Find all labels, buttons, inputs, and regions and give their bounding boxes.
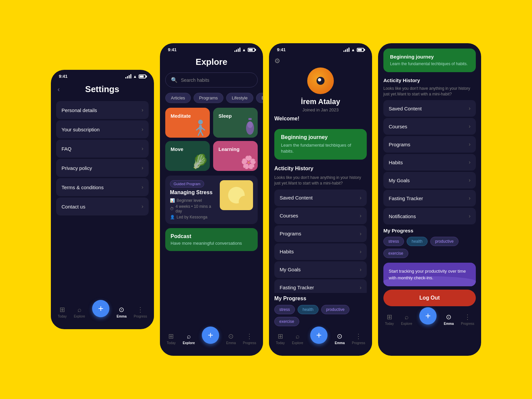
habit-move[interactable]: Move 🥬 — [165, 141, 210, 171]
svg-point-8 — [247, 121, 253, 128]
habit-sleep[interactable]: Sleep — [213, 108, 258, 138]
chip-stress-2[interactable]: stress — [383, 237, 404, 246]
gear-button[interactable]: ⚙ — [274, 57, 280, 65]
nav-progress-1[interactable]: ⋮ Progress — [134, 306, 147, 318]
chip-articles[interactable]: Articles — [165, 93, 191, 103]
chevron-icon-6: › — [360, 267, 361, 273]
chevron-e: › — [469, 177, 470, 183]
menu-goals-2[interactable]: My Goals › — [383, 172, 476, 189]
chip-health-2[interactable]: health — [407, 237, 428, 246]
chip-programs[interactable]: Programs — [194, 93, 223, 103]
menu-courses[interactable]: Courses › — [274, 207, 367, 224]
nav-emma-1[interactable]: ⊙ Emma — [117, 306, 127, 318]
nav-progress-4[interactable]: ⋮ Progress — [461, 313, 474, 326]
program-card[interactable]: Guided Program Managing Stress 📊 Beginne… — [165, 176, 258, 224]
chart-icon-4: ⋮ — [464, 313, 471, 321]
nav-progress-3[interactable]: ⋮ Progress — [352, 332, 365, 345]
nav-progress-2[interactable]: ⋮ Progress — [243, 332, 256, 345]
chip-productive[interactable]: productive — [321, 305, 349, 314]
menu-fasting-2[interactable]: Fasting Tracker › — [383, 190, 476, 206]
chevron-a: › — [469, 105, 470, 111]
settings-item-faq[interactable]: FAQ › — [56, 140, 149, 158]
program-info: Guided Program Managing Stress 📊 Beginne… — [170, 180, 216, 219]
menu-courses-2[interactable]: Courses › — [383, 118, 476, 135]
habit-meditate[interactable]: Meditate — [165, 108, 210, 138]
menu-notifications-2[interactable]: Notifications › — [383, 208, 476, 224]
nav-emma-3[interactable]: ⊙ Emma — [335, 332, 345, 345]
nav-today-1[interactable]: ⊞ Today — [58, 306, 67, 318]
profile-scrolled-phone: Beginning journey Learn the fundamental … — [378, 43, 481, 356]
nav-explore-3[interactable]: ⌕ Explore — [292, 332, 303, 345]
person-icon: ⊙ — [119, 306, 124, 314]
search-bar[interactable]: 🔍 Search habits — [165, 72, 258, 87]
nav-today-2[interactable]: ⊞ Today — [167, 332, 176, 345]
bar-chart-icon: 📊 — [170, 198, 175, 203]
bottom-nav-3: ⊞ Today ⌕ Explore + ⊙ Emma ⋮ Progress — [269, 329, 372, 350]
journey-card[interactable]: Beginning journey Learn the fundamental … — [274, 129, 367, 160]
settings-item-privacy[interactable]: Privacy policy › — [56, 159, 149, 177]
chip-exercise-2[interactable]: exercise — [383, 249, 408, 258]
svg-point-0 — [198, 120, 203, 124]
settings-item-terms[interactable]: Terms & conditions › — [56, 178, 149, 196]
nav-explore-1[interactable]: ⌕ Explore — [74, 306, 85, 318]
wifi-icon: ▲ — [133, 74, 137, 79]
filter-chips: Articles Programs Lifestyle Exercise — [160, 93, 263, 108]
chip-health[interactable]: health — [298, 305, 319, 314]
journey-card-2[interactable]: Beginning journey Learn the fundamental … — [383, 49, 476, 72]
tracking-card: Start tracking your productivity over ti… — [383, 263, 476, 286]
progress-chips: stress health productive exercise — [274, 305, 367, 326]
journey-desc-2: Learn the fundamental techbiques of habi… — [390, 61, 469, 67]
welcome-text: Welcome! — [274, 116, 367, 124]
nav-explore-4[interactable]: ⌕ Explore — [401, 313, 412, 326]
nav-emma-4[interactable]: ⊙ Emma — [444, 313, 454, 326]
add-button-2[interactable]: + — [202, 327, 219, 344]
menu-programs[interactable]: Programs › — [274, 225, 367, 242]
menu-saved-2[interactable]: Saved Content › — [383, 100, 476, 117]
settings-item-contact[interactable]: Contact us › — [56, 198, 149, 215]
nav-today-4[interactable]: ⊞ Today — [385, 313, 394, 326]
chip-exercise[interactable]: Exercise — [256, 93, 263, 103]
chip-stress[interactable]: stress — [274, 305, 295, 314]
chip-lifestyle[interactable]: Lifestyle — [226, 93, 253, 103]
add-button-3[interactable]: + — [310, 327, 328, 344]
settings-item-personal[interactable]: Personal details › — [56, 101, 149, 119]
status-bar-2: 9:41 ▲ — [160, 43, 263, 54]
menu-habits[interactable]: Habits › — [274, 243, 367, 260]
chevron-icon: › — [142, 203, 143, 209]
menu-my-goals[interactable]: My Goals › — [274, 261, 367, 278]
battery-icon-2 — [248, 48, 255, 52]
nav-emma-2[interactable]: ⊙ Emma — [226, 332, 236, 345]
chevron-c: › — [469, 141, 470, 147]
back-button[interactable]: ‹ — [58, 85, 60, 93]
tracking-text: Start tracking your productivity over ti… — [389, 268, 470, 281]
bottom-nav-2: ⊞ Today ⌕ Explore + ⊙ Emma ⋮ Progress — [160, 329, 263, 350]
signal-icon-3 — [343, 48, 349, 52]
person-icon-2: 👤 — [170, 215, 175, 219]
program-meta: 📊 Beginner level ⏱ 4 weeks • 10 mins a d… — [170, 198, 216, 219]
settings-phone: 9:41 ▲ ‹ Settings Personal details › You… — [51, 70, 154, 329]
chevron-icon: › — [142, 165, 143, 171]
svg-rect-6 — [248, 118, 252, 120]
nav-explore-2[interactable]: ⌕ Explore — [183, 332, 195, 345]
activity-desc-2: Looks like you don't have anything in yo… — [378, 86, 481, 100]
progress-section-2: My Progress stress health productive exe… — [378, 224, 481, 260]
habit-learning[interactable]: Learning 🌸 — [213, 141, 258, 171]
add-button-1[interactable]: + — [92, 300, 109, 317]
logout-button[interactable]: Log Out — [383, 290, 476, 306]
chip-exercise[interactable]: exercise — [274, 317, 299, 326]
menu-programs-2[interactable]: Programs › — [383, 136, 476, 153]
program-duration: ⏱ 4 weeks • 10 mins a day — [170, 204, 216, 213]
podcast-card[interactable]: Podcast Have more meaningful conversatio… — [165, 228, 258, 251]
chevron-icon-7: › — [360, 285, 361, 291]
settings-item-subscription[interactable]: Your subscription › — [56, 120, 149, 138]
status-bar-3: 9:41 ▲ — [269, 43, 372, 54]
wifi-icon-2: ▲ — [242, 48, 246, 52]
menu-saved-content[interactable]: Saved Content › — [274, 190, 367, 206]
chip-productive-2[interactable]: productive — [430, 237, 459, 246]
menu-habits-2[interactable]: Habits › — [383, 154, 476, 171]
battery-icon-3 — [357, 48, 364, 52]
nav-today-3[interactable]: ⊞ Today — [276, 332, 285, 345]
add-button-4[interactable]: + — [419, 307, 437, 325]
menu-fasting[interactable]: Fasting Tracker › — [274, 279, 367, 293]
bottom-nav-1: ⊞ Today ⌕ Explore + ⊙ Emma ⋮ Progress — [51, 302, 154, 324]
